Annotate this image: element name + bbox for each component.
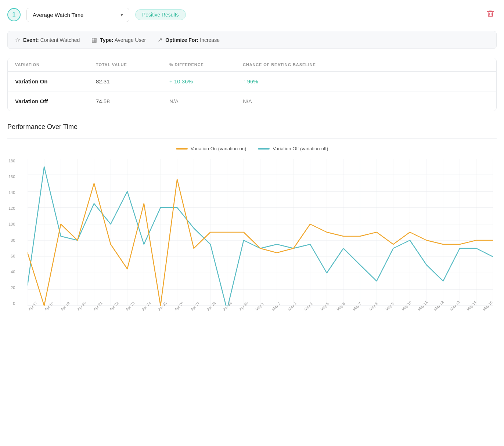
optimize-label: Optimize For: Increase <box>165 37 220 43</box>
performance-chart <box>28 159 493 306</box>
type-info: ▦ Type: Average User <box>91 36 146 43</box>
info-bar: ☆ Event: Content Watched ▦ Type: Average… <box>7 31 497 49</box>
event-info: ☆ Event: Content Watched <box>15 36 80 43</box>
variation-off-name: Variation Off <box>15 98 96 104</box>
status-badge: Positive Results <box>135 9 186 20</box>
step-number: 1 <box>12 11 16 18</box>
col-variation: VARIATION <box>15 62 96 67</box>
variation-off-total: 74.58 <box>96 98 169 104</box>
legend-label-on: Variation On (variation-on) <box>191 146 246 151</box>
y-label-180: 180 <box>8 159 15 163</box>
y-axis: 180 160 140 120 100 80 60 40 20 0 <box>8 159 15 306</box>
chart-legend: Variation On (variation-on) Variation Of… <box>7 146 497 151</box>
col-chance: CHANCE OF BEATING BASELINE <box>243 62 489 67</box>
x-axis: Apr 17 Apr 18 Apr 19 Apr 20 Apr 21 Apr 2… <box>28 309 493 313</box>
type-label: Type: Average User <box>100 37 146 43</box>
step-badge: 1 <box>7 8 21 21</box>
table-row: Variation On 82.31 + 10.36% ↑ 96% <box>8 72 496 91</box>
chart-container: 180 160 140 120 100 80 60 40 20 0 Apr 17… <box>7 159 497 313</box>
legend-swatch-on <box>176 148 188 150</box>
col-pct-diff: % DIFFERENCE <box>169 62 243 67</box>
optimize-info: ↗ Optimize For: Increase <box>158 36 220 43</box>
variation-on-name: Variation On <box>15 78 96 84</box>
star-icon: ☆ <box>15 36 20 43</box>
calculator-icon: ▦ <box>91 36 97 43</box>
y-label-20: 20 <box>8 285 15 290</box>
col-total-value: TOTAL VALUE <box>96 62 169 67</box>
y-label-40: 40 <box>8 270 15 274</box>
legend-swatch-off <box>258 148 270 150</box>
y-label-140: 140 <box>8 190 15 195</box>
chevron-down-icon: ▾ <box>120 12 123 18</box>
variation-on-total: 82.31 <box>96 78 169 84</box>
performance-title: Performance Over Time <box>7 123 497 131</box>
y-label-80: 80 <box>8 238 15 242</box>
y-label-60: 60 <box>8 254 15 258</box>
legend-variation-off: Variation Off (variation-off) <box>258 146 328 151</box>
variation-on-pct: + 10.36% <box>169 78 243 84</box>
table-header: VARIATION TOTAL VALUE % DIFFERENCE CHANC… <box>8 58 496 72</box>
y-label-120: 120 <box>8 206 15 211</box>
section-divider <box>7 138 497 139</box>
results-table: VARIATION TOTAL VALUE % DIFFERENCE CHANC… <box>7 58 497 111</box>
trend-up-icon: ↗ <box>158 36 162 43</box>
performance-section: Performance Over Time Variation On (vari… <box>7 123 497 313</box>
y-label-0: 0 <box>8 301 15 306</box>
table-row: Variation Off 74.58 N/A N/A <box>8 91 496 111</box>
metric-selector-dropdown[interactable]: Average Watch Time ▾ <box>26 8 129 22</box>
variation-on-chance: ↑ 96% <box>243 78 489 84</box>
event-label: Event: Content Watched <box>23 37 80 43</box>
header-row: 1 Average Watch Time ▾ Positive Results <box>7 7 497 22</box>
legend-label-off: Variation Off (variation-off) <box>273 146 328 151</box>
metric-label: Average Watch Time <box>33 12 83 18</box>
variation-off-pct: N/A <box>169 98 243 104</box>
y-label-160: 160 <box>8 175 15 179</box>
variation-off-chance: N/A <box>243 98 489 104</box>
y-label-100: 100 <box>8 222 15 226</box>
delete-button[interactable] <box>484 7 497 22</box>
legend-variation-on: Variation On (variation-on) <box>176 146 246 151</box>
